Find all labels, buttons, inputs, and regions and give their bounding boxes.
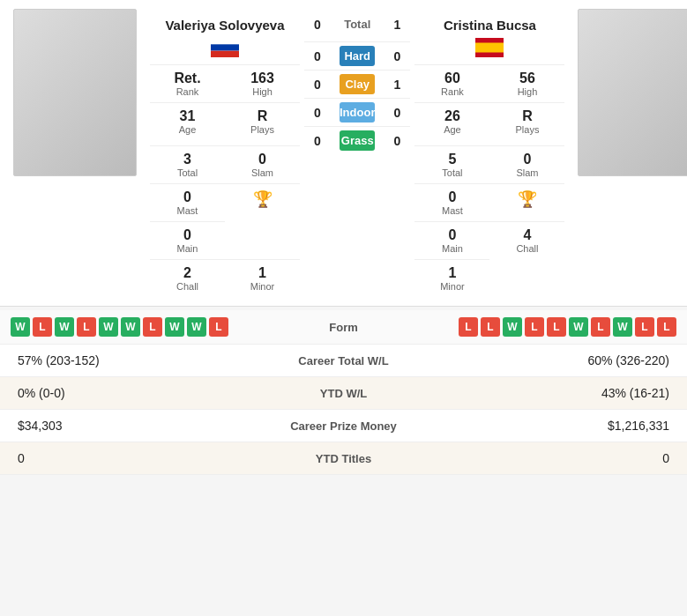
indoor-score-p2: 0 [384, 106, 410, 120]
player1-rank-value: Ret. Rank [150, 64, 225, 102]
player1-plays-value: R Plays [225, 102, 300, 140]
stats-row: 57% (203-152) Career Total W/L 60% (326-… [0, 345, 687, 377]
form-label: Form [309, 321, 379, 334]
stats-value-left: $34,303 [18, 419, 265, 433]
bottom-section: WLWLWWLWWL Form LLWLLWLWLL 57% (203-152)… [0, 310, 687, 475]
player2-info: Cristina Bucsa 60 Rank 56 High 26 Age R … [414, 9, 564, 297]
player2-main: 0 Main [414, 221, 489, 259]
stats-label: YTD Titles [265, 452, 423, 465]
player1-photo [13, 9, 137, 176]
total-score-p1: 0 [304, 18, 331, 32]
form-badge: W [187, 317, 206, 337]
stats-value-right: 60% (326-220) [423, 353, 670, 367]
form-badge: W [11, 317, 30, 337]
hard-score-p2: 0 [384, 49, 410, 63]
player1-info: Valeriya Solovyeva Ret. Rank 163 High 31… [150, 9, 300, 297]
form-badge: W [99, 317, 118, 337]
svg-rect-1 [211, 44, 239, 50]
stats-row: 0% (0-0) YTD W/L 43% (16-21) [0, 377, 687, 410]
player1-high-value: 163 High [225, 64, 300, 102]
player2-age-value: 26 Age [414, 102, 489, 140]
clay-score-p2: 1 [384, 78, 410, 92]
stats-label: Career Prize Money [265, 419, 423, 433]
player2-total: 5 Total [414, 145, 489, 183]
player2-photo-col [564, 9, 687, 297]
form-badge: W [165, 317, 184, 337]
player2-plays-value: R Plays [489, 102, 564, 140]
form-badge: L [209, 317, 228, 337]
total-score-p2: 1 [384, 18, 410, 32]
clay-score-p1: 0 [304, 78, 331, 92]
form-badge: W [569, 317, 588, 337]
player1-trophy-icon: 🏆 [225, 183, 300, 221]
stats-row: $34,303 Career Prize Money $1,216,331 [0, 410, 687, 442]
total-label: Total [331, 14, 384, 34]
surface-row-hard: 0 Hard 0 [304, 41, 410, 70]
player1-minor: 1 Minor [225, 259, 300, 297]
form-badge: L [635, 317, 654, 337]
player1-slam: 0 Slam [225, 145, 300, 183]
indoor-badge: Indoor [340, 102, 375, 122]
grass-score-p1: 0 [304, 134, 331, 148]
form-badge: L [77, 317, 96, 337]
player2-mast: 0 Mast [414, 183, 489, 221]
form-badge: L [657, 317, 676, 337]
player2-chall: 4 Chall [489, 221, 564, 259]
form-badge: W [503, 317, 522, 337]
form-badge: L [525, 317, 544, 337]
form-badge: L [459, 317, 478, 337]
indoor-score-p1: 0 [304, 106, 331, 120]
svg-rect-4 [475, 43, 504, 53]
stats-value-right: 0 [423, 451, 670, 465]
player1-chall: 2 Chall [150, 259, 225, 297]
stats-value-right: 43% (16-21) [423, 386, 670, 400]
form-badge: L [143, 317, 162, 337]
stats-value-right: $1,216,331 [423, 419, 670, 433]
surface-row-clay: 0 Clay 1 [304, 70, 410, 98]
grass-badge: Grass [340, 130, 375, 151]
player1-age-value: 31 Age [150, 102, 225, 140]
form-badge: W [121, 317, 140, 337]
player2-flag [475, 38, 504, 57]
stats-value-left: 57% (203-152) [18, 353, 265, 367]
player1-name: Valeriya Solovyeva [165, 18, 284, 33]
player1-total: 3 Total [150, 145, 225, 183]
grass-score-p2: 0 [384, 134, 410, 148]
bottom-stats: 57% (203-152) Career Total W/L 60% (326-… [0, 345, 687, 475]
player2-trophy-icon: 🏆 [489, 183, 564, 221]
player1-flag [211, 38, 239, 57]
player2-rank-value: 60 Rank [414, 64, 489, 102]
stats-row: 0 YTD Titles 0 [0, 442, 687, 475]
clay-badge: Clay [340, 74, 375, 94]
stats-value-left: 0 [18, 451, 265, 465]
player2-name: Cristina Bucsa [444, 18, 536, 33]
player2-form-badges: LLWLLWLWLL [459, 317, 676, 337]
stats-label: Career Total W/L [265, 354, 423, 367]
form-badge: L [591, 317, 610, 337]
player2-slam: 0 Slam [489, 145, 564, 183]
player2-photo [578, 9, 687, 176]
center-stats: 0 Total 1 0 Hard 0 0 Clay 1 0 Indoor 0 [300, 9, 414, 297]
player1-mast: 0 Mast [150, 183, 225, 221]
stats-label: YTD W/L [265, 387, 423, 400]
surface-row-grass: 0 Grass 0 [304, 126, 410, 154]
svg-rect-0 [211, 38, 239, 44]
surface-row-indoor: 0 Indoor 0 [304, 98, 410, 126]
surface-rows: 0 Hard 0 0 Clay 1 0 Indoor 0 0 Grass 0 [304, 41, 410, 154]
hard-badge: Hard [340, 46, 375, 66]
form-badge: W [613, 317, 632, 337]
form-badge: L [33, 317, 52, 337]
form-row: WLWLWWLWWL Form LLWLLWLWLL [0, 310, 687, 345]
player2-high-value: 56 High [489, 64, 564, 102]
player1-photo-col [0, 9, 150, 297]
form-badge: L [481, 317, 500, 337]
form-badge: L [547, 317, 566, 337]
player1-main: 0 Main [150, 221, 225, 259]
player2-minor: 1 Minor [414, 259, 489, 297]
player1-form-badges: WLWLWWLWWL [11, 317, 228, 337]
svg-rect-2 [211, 51, 239, 57]
stats-value-left: 0% (0-0) [18, 386, 265, 400]
form-badge: W [55, 317, 74, 337]
hard-score-p1: 0 [304, 49, 331, 63]
